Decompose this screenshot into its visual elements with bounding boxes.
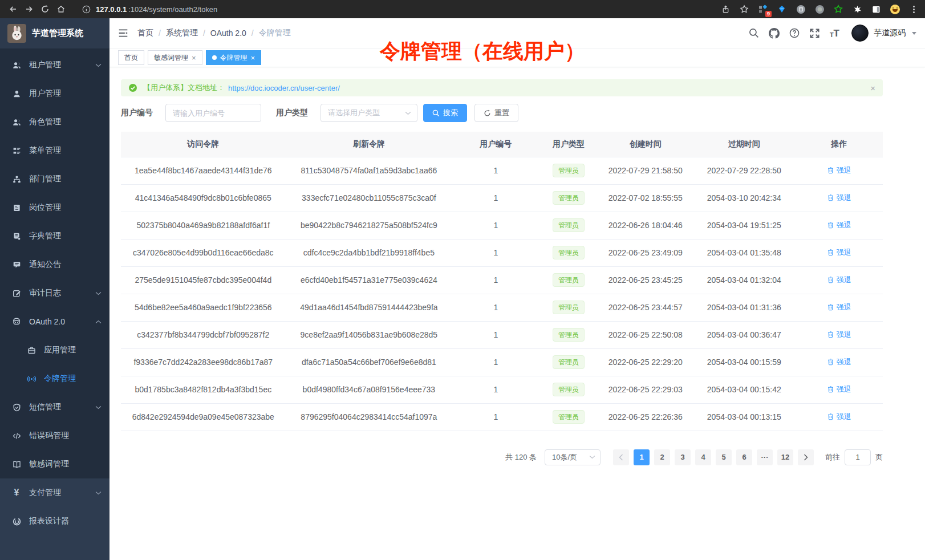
page-button-12[interactable]: 12	[777, 449, 793, 465]
pinwheel-extension-icon[interactable]	[851, 3, 863, 15]
extension-grid-icon[interactable]: 9	[757, 3, 769, 15]
breadcrumb-oauth[interactable]: OAuth 2.0	[210, 29, 246, 38]
sidebar-item-notice[interactable]: 通知公告	[0, 250, 109, 279]
forward-icon[interactable]	[22, 2, 36, 17]
address-bar[interactable]: 127.0.0.1:1024/system/oauth2/token	[82, 5, 712, 14]
force-logout-button[interactable]: 强退	[827, 247, 851, 258]
tab-sensitive-word[interactable]: 敏感词管理×	[148, 50, 202, 65]
breadcrumb-system[interactable]: 系统管理	[166, 28, 198, 38]
tab-home[interactable]: 首页	[118, 50, 144, 65]
font-size-icon[interactable]: TT	[830, 29, 839, 38]
search-icon[interactable]	[749, 28, 759, 38]
user-type-select[interactable]: 请选择用户类型	[320, 104, 417, 122]
sidebar-toggle-icon[interactable]	[118, 29, 128, 38]
sidebar-item-post[interactable]: 岗位管理	[0, 193, 109, 222]
search-icon	[432, 109, 440, 117]
gem-extension-icon[interactable]	[776, 3, 788, 15]
avatar[interactable]	[851, 25, 869, 42]
page-button-6[interactable]: 6	[736, 449, 752, 465]
breadcrumb-home[interactable]: 首页	[137, 28, 153, 38]
username[interactable]: 芋道源码	[874, 28, 906, 38]
sidebar-item-audit-log[interactable]: 审计日志	[0, 279, 109, 307]
browser-menu-icon[interactable]	[908, 3, 919, 15]
table-row: 54d6be82ee5a460a9aedc1f9bf223656 49d1aa4…	[121, 294, 883, 321]
reload-icon[interactable]	[38, 2, 52, 17]
fullscreen-icon[interactable]	[809, 28, 820, 39]
sidebar-item-role[interactable]: 角色管理	[0, 108, 109, 136]
sidebar-item-tenant[interactable]: 租户管理	[0, 51, 109, 79]
tab-token[interactable]: 令牌管理×	[206, 50, 262, 65]
sidebar-item-user[interactable]: 用户管理	[0, 79, 109, 108]
sidebar-item-report-designer[interactable]: 报表设计器	[0, 507, 109, 535]
close-icon[interactable]: ×	[870, 84, 875, 92]
page-size-select[interactable]: 10条/页	[545, 449, 601, 465]
emoji-extension-icon[interactable]	[889, 3, 900, 15]
trash-icon	[827, 167, 834, 174]
page-button-1[interactable]: 1	[634, 449, 650, 465]
force-logout-button[interactable]: 强退	[827, 193, 851, 203]
force-logout-button[interactable]: 强退	[827, 275, 851, 285]
sidebar-item-dict[interactable]: 字典管理	[0, 222, 109, 250]
site-info-icon[interactable]	[82, 5, 91, 14]
close-icon[interactable]: ×	[192, 54, 196, 62]
github-icon[interactable]	[769, 28, 780, 39]
error-code-icon	[12, 431, 21, 440]
force-logout-button[interactable]: 强退	[827, 302, 851, 313]
sidebar-item-sms[interactable]: 短信管理	[0, 393, 109, 421]
force-logout-button[interactable]: 强退	[827, 384, 851, 395]
table-row: 6d842e2924594de9a09e45e087323abe 8796295…	[121, 403, 883, 431]
search-button[interactable]: 搜索	[423, 104, 467, 122]
app-frame: 芋道管理系统 租户管理 用户管理 角色管理 菜单管理 部门管理	[0, 18, 925, 560]
users-icon	[12, 60, 21, 70]
help-icon[interactable]	[789, 28, 800, 38]
doc-alert: 【用户体系】文档地址： https://doc.iocoder.cn/user-…	[121, 79, 883, 96]
col-user-id: 用户编号	[452, 132, 539, 157]
force-logout-button[interactable]: 强退	[827, 330, 851, 340]
sidebar-item-dept[interactable]: 部门管理	[0, 165, 109, 193]
app-title: 芋道管理系统	[32, 28, 83, 39]
page-button-5[interactable]: 5	[716, 449, 732, 465]
sidebar-item-error-code[interactable]: 错误码管理	[0, 421, 109, 450]
home-icon[interactable]	[54, 2, 68, 17]
force-logout-button[interactable]: 强退	[827, 357, 851, 367]
sidebar-item-oauth-app[interactable]: 应用管理	[0, 336, 109, 364]
alert-doc-link[interactable]: https://doc.iocoder.cn/user-center/	[228, 84, 340, 92]
sidebar-item-oauth[interactable]: OAuth 2.0	[0, 307, 109, 336]
force-logout-button[interactable]: 强退	[827, 412, 851, 422]
sidebar-item-pay[interactable]: ¥ 支付管理	[0, 478, 109, 507]
page-button-2[interactable]: 2	[654, 449, 670, 465]
record-extension-icon[interactable]	[814, 3, 825, 15]
bookmark-star-icon[interactable]	[739, 3, 750, 15]
command-extension-icon[interactable]	[795, 3, 806, 15]
sidebar-item-oauth-token[interactable]: 令牌管理	[0, 364, 109, 393]
page-button-4[interactable]: 4	[695, 449, 711, 465]
user-id-input[interactable]	[165, 104, 261, 122]
force-logout-button[interactable]: 强退	[827, 165, 851, 176]
page-button-3[interactable]: 3	[675, 449, 691, 465]
sidebar-menu: 租户管理 用户管理 角色管理 菜单管理 部门管理 岗位管理	[0, 48, 109, 560]
sidebar-item-menu[interactable]: 菜单管理	[0, 136, 109, 165]
report-designer-icon	[12, 517, 21, 526]
share-icon[interactable]	[720, 3, 731, 15]
back-icon[interactable]	[6, 2, 21, 17]
token-table: 访问令牌 刷新令牌 用户编号 用户类型 创建时间 过期时间 操作 1ea5e44…	[121, 132, 883, 431]
user-type-badge: 管理员	[553, 218, 585, 232]
side-panel-icon[interactable]	[870, 3, 882, 15]
col-create-time: 创建时间	[598, 132, 693, 157]
sidebar-item-sensitive-word[interactable]: 敏感词管理	[0, 450, 109, 478]
goto-page-input[interactable]	[845, 449, 871, 465]
audit-log-icon	[12, 289, 21, 298]
trash-icon	[827, 194, 834, 201]
next-page-button[interactable]	[798, 449, 814, 465]
prev-page-button[interactable]	[613, 449, 629, 465]
green-star-extension-icon[interactable]	[833, 3, 844, 15]
table-row: c347026e805e4d99b0d116eae66eda8c cdfc4ce…	[121, 239, 883, 266]
more-pages-button[interactable]: ···	[757, 449, 773, 465]
table-row: c342377bf8b344799dcbf7bf095287f2 9ce8ef2…	[121, 321, 883, 348]
reset-button[interactable]: 重置	[474, 104, 518, 122]
user-type-badge: 管理员	[553, 383, 585, 396]
org-chart-icon	[12, 175, 21, 184]
force-logout-button[interactable]: 强退	[827, 220, 851, 230]
close-icon[interactable]: ×	[251, 54, 255, 62]
chevron-down-icon[interactable]	[912, 32, 916, 35]
